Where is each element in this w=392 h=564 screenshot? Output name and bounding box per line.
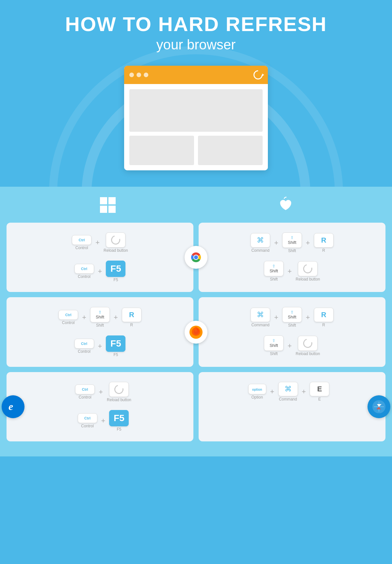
shift-arrow: ⇧ <box>290 235 294 240</box>
cmd-key: ⌘ <box>251 233 270 248</box>
chrome-mac-row1: ⌘ Command + ⇧ Shift Shift + <box>208 232 376 253</box>
f5-caption: F5 <box>113 278 118 282</box>
ff-cmd-key-wrap: ⌘ Command <box>251 308 270 327</box>
ie-reload-caption: Reload button <box>107 398 131 402</box>
safari-logo-svg <box>371 399 386 414</box>
ff-f5-label: F5 <box>110 338 121 349</box>
ff-reload-key-wrap: Reload button <box>296 336 320 356</box>
ie-windows-card: Ctrl Control + Reload button <box>7 372 193 441</box>
reload-key2 <box>298 261 318 276</box>
ie-plus-1: + <box>99 388 103 396</box>
ff-f5-caption: F5 <box>113 352 118 357</box>
shift-key2: ⇧ Shift <box>264 261 284 276</box>
os-labels <box>0 193 392 223</box>
ff-shift-arrow: ⇧ <box>98 310 102 315</box>
shift-caption2: Shift <box>270 277 278 282</box>
ie-ctrl-key-wrap2: Ctrl Control <box>78 413 97 428</box>
ie-reload-key-wrap: Reload button <box>107 382 131 402</box>
firefox-windows-card: Ctrl Control + ⇧ Shift Shift + <box>7 297 193 367</box>
reload-key-wrap: Reload button <box>104 232 128 253</box>
ctrl-caption2: Control <box>78 274 90 279</box>
ff-ctrl-caption: Control <box>62 320 75 325</box>
chrome-logo-svg <box>188 249 204 265</box>
sub-title: your browser <box>7 37 385 53</box>
reload-caption2: Reload button <box>296 277 320 282</box>
ctrl-label: Ctrl <box>79 238 85 242</box>
apple-os-icon <box>276 197 293 216</box>
middle-section: Ctrl Control + Reload button <box>0 187 392 456</box>
safari-cmd-caption: Command <box>279 397 297 402</box>
ff-shift-key: ⇧ Shift <box>90 307 110 322</box>
ff-ctrl-caption2: Control <box>78 349 90 354</box>
ie-win-row2: Ctrl Control + F5 F5 <box>23 410 184 432</box>
firefox-mac-card: ⌘ Command + ⇧ Shift Shift + <box>199 297 385 367</box>
safari-plus-2: + <box>302 387 306 396</box>
r-key-wrap: R R <box>314 233 334 253</box>
ff-shift-arrow2: ⇧ <box>290 310 294 315</box>
shift-key-wrap2: ⇧ Shift Shift <box>264 261 284 282</box>
ie-reload-circle-icon <box>113 383 125 396</box>
ctrl-label2: Ctrl <box>81 267 87 271</box>
ff-f5-key-wrap: F5 F5 <box>106 335 125 357</box>
ctrl-key2: Ctrl <box>74 264 94 274</box>
option-label: option <box>252 388 262 391</box>
browser-content-top <box>129 89 263 132</box>
browser-illustration <box>7 53 385 180</box>
content-area: Ctrl Control + Reload button <box>0 223 392 456</box>
main-title: HOW TO HARD REFRESH <box>7 13 385 35</box>
browser-titlebar <box>124 66 268 84</box>
safari-cmd-symbol: ⌘ <box>285 385 292 393</box>
ff-mac-row1: ⌘ Command + ⇧ Shift Shift + <box>208 307 376 328</box>
browser-dot-2 <box>137 73 141 77</box>
windows-os-icon <box>99 197 116 216</box>
safari-cmd-key-wrap: ⌘ Command <box>278 382 298 402</box>
shift-arrow2: ⇧ <box>272 264 275 268</box>
ctrl-key: Ctrl <box>72 235 91 245</box>
chrome-row: Ctrl Control + Reload button <box>7 223 385 292</box>
ie-ctrl-label: Ctrl <box>82 387 88 391</box>
browser-reload-icon <box>252 68 265 81</box>
ff-ctrl-key: Ctrl <box>58 310 78 320</box>
ff-r-key-wrap2: R R <box>314 308 334 327</box>
firefox-row: Ctrl Control + ⇧ Shift Shift + <box>7 297 385 367</box>
ie-logo-circle: e <box>2 395 24 418</box>
browser-content-left <box>129 136 194 165</box>
ff-shift-caption: Shift <box>96 323 104 328</box>
ie-ctrl-key: Ctrl <box>75 385 95 394</box>
ie-ctrl-label2: Ctrl <box>84 416 90 420</box>
ff-plus-6: + <box>287 342 292 350</box>
ie-reload-key <box>109 382 129 397</box>
browser-content-bottom <box>129 136 263 165</box>
svg-rect-2 <box>100 206 107 213</box>
ie-f5-key: F5 <box>109 410 129 426</box>
ff-r-key-wrap: R R <box>122 308 141 327</box>
browser-content-right <box>198 136 263 165</box>
r-label: R <box>321 236 326 245</box>
ff-reload-circle-icon <box>302 337 314 350</box>
ff-reload-caption: Reload button <box>296 351 320 356</box>
svg-rect-1 <box>108 197 116 204</box>
ff-plus-5: + <box>306 313 310 322</box>
ff-cmd-symbol: ⌘ <box>257 311 264 319</box>
ff-shift-text2: Shift <box>288 315 296 319</box>
svg-point-6 <box>194 255 198 259</box>
svg-point-9 <box>193 330 199 335</box>
plus-3: + <box>274 239 278 247</box>
ie-ctrl-caption: Control <box>79 395 91 400</box>
ff-ctrl-key-wrap: Ctrl Control <box>58 310 78 325</box>
ie-f5-key-wrap: F5 F5 <box>109 410 129 432</box>
svg-rect-3 <box>108 206 116 213</box>
ie-logo-svg: e <box>6 400 20 414</box>
plus-5: + <box>287 267 292 276</box>
e-key: E <box>310 382 329 396</box>
e-label: E <box>317 385 322 393</box>
ie-plus-2: + <box>101 417 106 425</box>
chrome-logo-circle <box>185 246 207 269</box>
safari-mac-card: option Option + ⌘ Command + E <box>199 372 385 441</box>
option-key-wrap: option Option <box>248 384 266 400</box>
ctrl-key-wrap: Ctrl Control <box>72 235 91 250</box>
ff-r-key2: R <box>314 308 334 322</box>
reload-circle-icon <box>109 234 122 246</box>
r-caption: R <box>322 248 325 253</box>
ff-plus-2: + <box>114 313 118 322</box>
